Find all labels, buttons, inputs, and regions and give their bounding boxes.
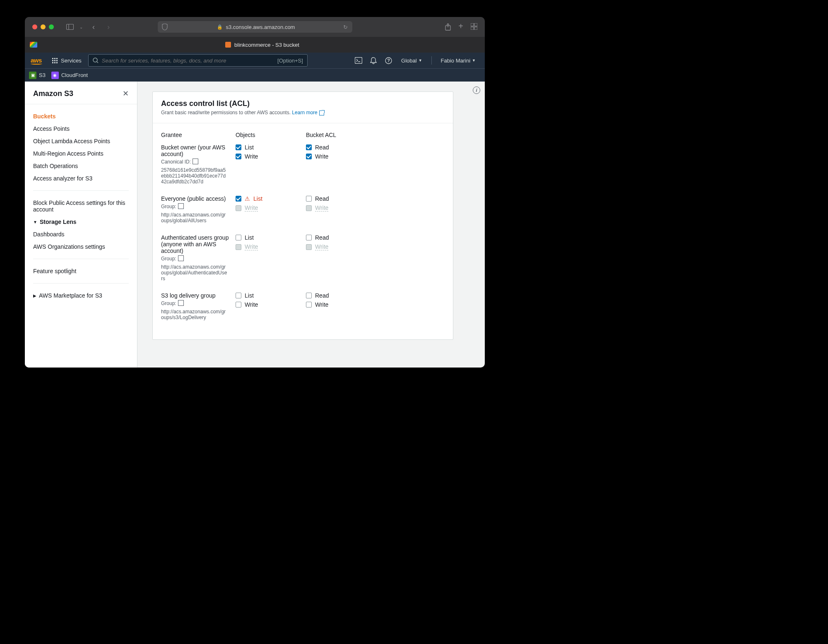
panel-title: Access control list (ACL) [161, 99, 445, 108]
checkbox-auth-acl-read[interactable] [306, 235, 312, 240]
shortcut-cloudfront[interactable]: ◉CloudFront [51, 72, 88, 79]
s3-service-icon: ▣ [29, 72, 36, 79]
region-selector[interactable]: Global▼ [398, 58, 426, 64]
checkbox-owner-objects-list[interactable] [236, 144, 241, 150]
sidebar-item-org-settings[interactable]: AWS Organizations settings [25, 240, 137, 253]
content-area: Amazon S3 ✕ Buckets Access Points Object… [25, 82, 485, 368]
checkbox-log-acl-read[interactable] [306, 293, 312, 298]
caret-right-icon: ▶ [33, 293, 36, 298]
sidebar-item-feature-spotlight[interactable]: Feature spotlight [25, 265, 137, 277]
active-tab[interactable]: blinkcommerce - S3 bucket [40, 42, 485, 48]
sidebar-item-marketplace[interactable]: ▶AWS Marketplace for S3 [25, 289, 137, 302]
column-header-bucket-acl: Bucket ACL [306, 132, 376, 144]
panel-subtitle: Grant basic read/write permissions to ot… [161, 110, 445, 115]
minimize-window-button[interactable] [41, 24, 46, 29]
sidebar-title: Amazon S3 [33, 89, 73, 98]
help-icon[interactable]: ? [383, 57, 394, 64]
acl-panel: Access control list (ACL) Grant basic re… [152, 91, 453, 340]
search-icon [93, 58, 99, 63]
grantee-row-authenticated: Authenticated users group (anyone with a… [161, 234, 445, 281]
sidebar-close-button[interactable]: ✕ [123, 89, 129, 98]
svg-rect-10 [355, 58, 362, 64]
grantee-name: Authenticated users group (anyone with a… [161, 234, 236, 254]
grantee-row-everyone: Everyone (public access) Group:http://ac… [161, 195, 445, 223]
svg-rect-0 [67, 24, 74, 30]
reload-icon[interactable]: ↻ [343, 24, 348, 30]
grantee-name: S3 log delivery group [161, 292, 236, 299]
shortcut-s3[interactable]: ▣S3 [29, 72, 46, 79]
external-link-icon [319, 111, 324, 115]
column-header-grantee: Grantee [161, 132, 236, 144]
tab-overview-icon[interactable] [471, 23, 477, 31]
sidebar-item-access-points[interactable]: Access Points [25, 123, 137, 135]
aws-top-nav: aws Services [Option+S] ? Global▼ Fabio … [25, 53, 485, 68]
copy-icon[interactable] [179, 301, 184, 306]
copy-icon[interactable] [179, 256, 184, 261]
new-tab-icon[interactable]: + [458, 23, 463, 31]
main-area: Access control list (ACL) Grant basic re… [137, 82, 485, 368]
info-icon[interactable]: i [473, 87, 480, 94]
pinned-tab-gmail[interactable] [27, 38, 40, 51]
sidebar-item-mrap[interactable]: Multi-Region Access Points [25, 147, 137, 160]
close-window-button[interactable] [32, 24, 37, 29]
titlebar: ⌄ ‹ › 🔒 s3.console.aws.amazon.com ↻ + [25, 17, 485, 37]
checkbox-auth-objects-write [236, 244, 241, 250]
checkbox-log-acl-write[interactable] [306, 302, 312, 308]
copy-icon[interactable] [193, 159, 198, 164]
checkbox-everyone-objects-list[interactable] [236, 196, 241, 202]
learn-more-link[interactable]: Learn more [292, 110, 324, 115]
caret-down-icon: ▼ [33, 220, 37, 224]
svg-rect-5 [474, 23, 477, 26]
sidebar-item-olap[interactable]: Object Lambda Access Points [25, 135, 137, 147]
svg-text:?: ? [387, 58, 390, 63]
checkbox-owner-acl-write[interactable] [306, 154, 312, 159]
sidebar-item-buckets[interactable]: Buckets [25, 110, 137, 123]
tab-bar: blinkcommerce - S3 bucket [25, 37, 485, 53]
sidebar-item-batch[interactable]: Batch Operations [25, 160, 137, 172]
sidebar-group-storage-lens[interactable]: ▼Storage Lens [25, 216, 137, 228]
copy-icon[interactable] [179, 204, 184, 209]
svg-point-8 [93, 58, 97, 62]
group-uri: http://acs.amazonaws.com/groups/s3/LogDe… [161, 309, 227, 320]
column-header-objects: Objects [236, 132, 306, 144]
chevron-down-icon[interactable]: ⌄ [79, 25, 84, 29]
checkbox-owner-objects-write[interactable] [236, 154, 241, 159]
cloudshell-icon[interactable] [353, 57, 364, 64]
aws-search[interactable]: [Option+S] [88, 54, 308, 67]
tab-title: blinkcommerce - S3 bucket [234, 42, 299, 48]
services-menu[interactable]: Services [52, 58, 82, 64]
svg-line-9 [97, 62, 98, 63]
browser-window: ⌄ ‹ › 🔒 s3.console.aws.amazon.com ↻ + b [25, 17, 485, 368]
sidebar-item-analyzer[interactable]: Access analyzer for S3 [25, 172, 137, 185]
grantee-row-owner: Bucket owner (your AWS account) Canonica… [161, 144, 445, 185]
aws-logo[interactable]: aws [31, 57, 42, 65]
sidebar-item-dashboards[interactable]: Dashboards [25, 228, 137, 240]
address-bar[interactable]: 🔒 s3.console.aws.amazon.com ↻ [158, 21, 352, 33]
maximize-window-button[interactable] [49, 24, 54, 29]
svg-rect-7 [474, 27, 477, 30]
checkbox-owner-acl-read[interactable] [306, 144, 312, 150]
grantee-row-log-delivery: S3 log delivery group Group:http://acs.a… [161, 292, 445, 320]
lock-icon: 🔒 [217, 24, 223, 30]
back-button[interactable]: ‹ [89, 23, 99, 31]
checkbox-everyone-acl-write [306, 205, 312, 211]
canonical-id: 25768d161e9cd55879bf9aa5ebbb211494b40dfb… [161, 167, 227, 185]
warning-icon: ⚠ [245, 195, 250, 202]
sidebar: Amazon S3 ✕ Buckets Access Points Object… [25, 82, 137, 368]
checkbox-everyone-objects-write [236, 205, 241, 211]
notifications-icon[interactable] [368, 57, 379, 64]
checkbox-auth-objects-list[interactable] [236, 235, 241, 240]
account-menu[interactable]: Fabio Marini▼ [438, 58, 479, 64]
checkbox-everyone-acl-read[interactable] [306, 196, 312, 202]
forward-button[interactable]: › [104, 23, 113, 31]
share-icon[interactable] [445, 23, 451, 31]
sidebar-toggle-icon[interactable] [65, 23, 75, 31]
service-shortcut-bar: ▣S3 ◉CloudFront [25, 68, 485, 82]
sidebar-item-bpa[interactable]: Block Public Access settings for this ac… [25, 197, 137, 216]
url-text: s3.console.aws.amazon.com [226, 24, 295, 30]
svg-rect-6 [471, 27, 474, 30]
checkbox-log-objects-write[interactable] [236, 302, 241, 308]
search-input[interactable] [102, 58, 274, 64]
svg-rect-4 [471, 23, 474, 26]
checkbox-log-objects-list[interactable] [236, 293, 241, 298]
